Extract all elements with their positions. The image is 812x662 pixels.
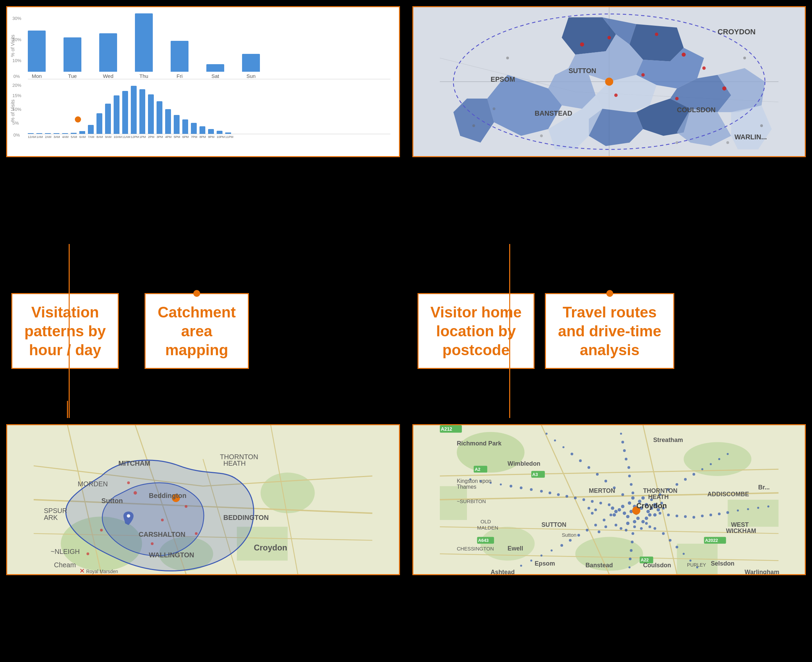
- svg-point-167: [560, 544, 563, 547]
- svg-point-157: [499, 483, 502, 485]
- svg-point-138: [596, 473, 598, 476]
- top-right-quadrant: CROYDON SUTTON EPSOM BANSTEAD COULSDON W…: [406, 0, 812, 244]
- bar-fri: Fri: [171, 41, 188, 79]
- svg-point-139: [588, 466, 590, 469]
- svg-point-117: [644, 516, 648, 520]
- svg-point-165: [577, 533, 580, 537]
- svg-point-189: [684, 515, 687, 518]
- svg-point-151: [557, 493, 560, 496]
- svg-point-32: [743, 56, 746, 59]
- svg-text:Coulsdon: Coulsdon: [643, 562, 671, 569]
- svg-point-74: [127, 514, 130, 517]
- svg-point-206: [710, 463, 712, 465]
- travel-label-text: Travel routes and drive-time analysis: [558, 303, 661, 359]
- svg-point-137: [604, 479, 607, 482]
- svg-point-191: [701, 514, 704, 517]
- svg-text:WALLINGTON: WALLINGTON: [149, 551, 194, 558]
- svg-point-184: [690, 559, 691, 561]
- svg-text:EPSOM: EPSOM: [491, 76, 515, 83]
- svg-text:A643: A643: [478, 538, 488, 543]
- svg-point-154: [530, 488, 533, 491]
- svg-point-152: [548, 492, 551, 494]
- svg-point-215: [648, 525, 651, 528]
- svg-text:Richmond Park: Richmond Park: [457, 440, 501, 447]
- svg-point-156: [509, 485, 512, 487]
- svg-point-141: [570, 453, 573, 455]
- visitor-home-label-box: Visitor home location by postcode: [417, 293, 535, 369]
- svg-point-204: [692, 473, 695, 476]
- svg-point-212: [619, 527, 622, 530]
- svg-text:Wimbledon: Wimbledon: [508, 460, 540, 467]
- svg-point-161: [609, 513, 612, 516]
- svg-text:MORDEN: MORDEN: [77, 480, 108, 487]
- svg-text:Croydon: Croydon: [636, 501, 667, 509]
- svg-point-171: [520, 564, 522, 567]
- svg-point-218: [588, 506, 590, 509]
- middle-labels-row: Visitation patterns by hour / day Catchm…: [0, 244, 812, 418]
- postcode-map: CROYDON SUTTON EPSOM BANSTEAD COULSDON W…: [413, 7, 805, 156]
- svg-point-145: [608, 503, 611, 506]
- svg-point-33: [472, 124, 475, 127]
- svg-point-34: [760, 124, 763, 127]
- svg-point-48: [261, 472, 315, 513]
- hour-bars: [28, 84, 390, 134]
- svg-point-108: [636, 516, 640, 520]
- svg-point-76: [161, 519, 164, 521]
- svg-point-176: [629, 558, 632, 560]
- svg-point-82: [195, 532, 198, 535]
- svg-text:CHESSINGTON: CHESSINGTON: [457, 546, 494, 551]
- svg-point-186: [659, 512, 661, 514]
- svg-point-25: [641, 73, 644, 77]
- svg-text:SUTTON: SUTTON: [541, 521, 566, 528]
- svg-point-132: [623, 449, 625, 452]
- svg-point-181: [669, 539, 671, 541]
- svg-text:HEATH: HEATH: [648, 493, 669, 500]
- svg-point-143: [554, 439, 556, 441]
- svg-point-131: [625, 458, 627, 460]
- svg-text:SUTTON: SUTTON: [568, 67, 596, 74]
- svg-point-81: [127, 481, 130, 484]
- svg-point-26: [702, 67, 706, 70]
- svg-text:Ashtead: Ashtead: [491, 569, 515, 574]
- catchment-label-box: Catchment area mapping: [145, 293, 248, 369]
- svg-text:WARLIN...: WARLIN...: [735, 133, 767, 141]
- svg-point-140: [579, 459, 582, 462]
- svg-text:Sutton: Sutton: [562, 532, 577, 538]
- svg-point-164: [586, 529, 588, 531]
- svg-point-173: [632, 532, 634, 535]
- svg-text:HEATH: HEATH: [223, 460, 245, 467]
- bar-thu: Thu: [135, 13, 153, 79]
- bottom-left-quadrant: SPSUR ARK ~NLEIGH Cheam MORDEN Sutton MI…: [0, 418, 406, 662]
- svg-point-116: [648, 513, 651, 516]
- svg-point-118: [641, 520, 644, 523]
- svg-point-31: [506, 56, 509, 59]
- svg-point-217: [591, 512, 593, 514]
- svg-point-130: [627, 466, 630, 469]
- svg-point-142: [562, 446, 564, 448]
- svg-point-182: [675, 546, 678, 548]
- svg-point-125: [612, 513, 616, 516]
- svg-point-153: [540, 490, 543, 492]
- svg-point-114: [621, 505, 624, 508]
- svg-point-174: [631, 540, 633, 543]
- bar-tue: Tue: [63, 37, 81, 79]
- svg-point-80: [87, 553, 89, 555]
- hour-labels-row: 12AM 1AM 2AM 3AM 4AM 5AM 6AM 7AM 8AM 9AM…: [28, 135, 390, 139]
- svg-point-144: [545, 432, 547, 434]
- svg-text:Royal Marsden: Royal Marsden: [86, 569, 118, 574]
- svg-point-195: [737, 509, 739, 511]
- svg-point-210: [598, 530, 600, 533]
- svg-text:MITCHAM: MITCHAM: [118, 460, 150, 467]
- svg-point-178: [645, 522, 648, 525]
- svg-text:Sutton: Sutton: [101, 497, 122, 505]
- svg-point-35: [540, 135, 543, 137]
- svg-point-100: [628, 501, 631, 505]
- svg-text:BEDDINGTON: BEDDINGTON: [223, 514, 269, 521]
- svg-text:A2022: A2022: [705, 538, 718, 543]
- svg-point-211: [615, 524, 617, 527]
- svg-point-21: [580, 43, 584, 47]
- svg-text:Ewell: Ewell: [508, 545, 523, 552]
- svg-point-133: [621, 441, 624, 443]
- svg-text:Cheam: Cheam: [54, 561, 76, 569]
- svg-point-175: [630, 549, 632, 552]
